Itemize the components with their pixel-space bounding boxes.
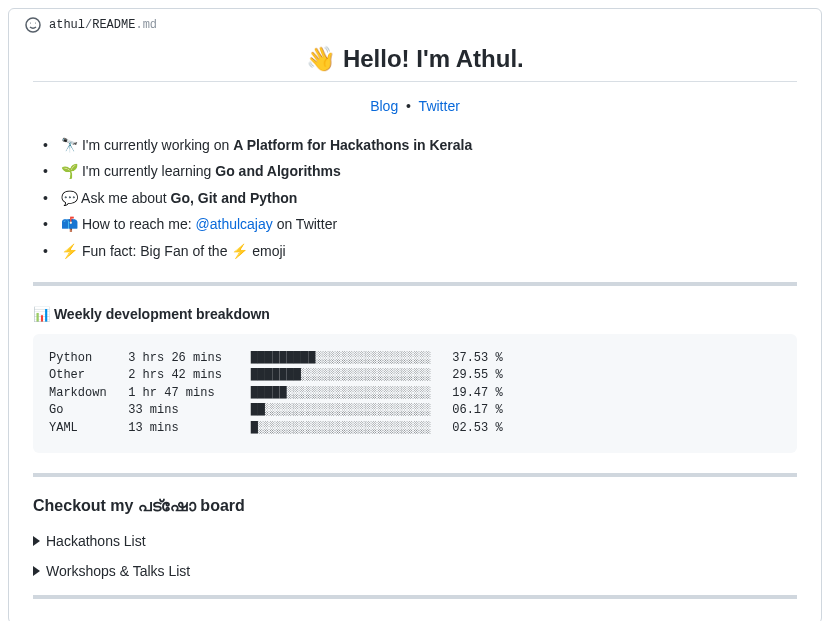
detail-item[interactable]: Hackathons List [33,533,797,549]
breadcrumb: athul/README.md [9,9,821,41]
item-emoji: 🌱 [61,163,78,179]
item-emoji: 💬 [61,190,78,206]
title-text: Hello! I'm Athul. [343,45,524,72]
divider [33,282,797,286]
section-title-text: Weekly development breakdown [54,306,270,322]
wave-emoji: 👋 [306,45,336,72]
svg-point-1 [30,23,31,24]
breadcrumb-text: athul/README.md [49,18,157,32]
svg-point-2 [35,23,36,24]
page-title: 👋 Hello! I'm Athul. [33,45,797,82]
readme-card: athul/README.md 👋 Hello! I'm Athul. Blog… [8,8,822,621]
blog-link[interactable]: Blog [370,98,398,114]
detail-item[interactable]: Workshops & Talks List [33,563,797,579]
detail-summary[interactable]: Workshops & Talks List [33,563,797,579]
details-list: Hackathons ListWorkshops & Talks List [33,533,797,579]
content: 👋 Hello! I'm Athul. Blog • Twitter 🔭 I'm… [9,41,821,621]
svg-point-0 [26,18,40,32]
divider-3 [33,595,797,599]
breadcrumb-owner: athul [49,18,85,32]
item-emoji: ⚡ [61,243,78,259]
twitter-link[interactable]: Twitter [419,98,460,114]
item-bold: A Platform for Hackathons in Kerala [233,137,472,153]
detail-label: Hackathons List [46,533,146,549]
checkout-suffix: board [196,497,245,514]
breadcrumb-ext: .md [135,18,157,32]
list-item: 📫 How to reach me: @athulcajay on Twitte… [57,213,797,235]
checkout-prefix: Checkout my [33,497,138,514]
info-list: 🔭 I'm currently working on A Platform fo… [33,134,797,262]
links-row: Blog • Twitter [33,98,797,114]
item-bold: Go and Algorithms [215,163,340,179]
smiley-icon [25,17,41,33]
list-item: 💬 Ask me about Go, Git and Python [57,187,797,209]
item-bold: Go, Git and Python [171,190,298,206]
checkout-title: Checkout my പട്ഷോ board [33,497,797,515]
links-sep: • [406,98,411,114]
divider-2 [33,473,797,477]
section-title: 📊 Weekly development breakdown [33,306,797,322]
item-emoji: 📫 [61,216,78,232]
item-emoji: 🔭 [61,137,78,153]
list-item: ⚡ Fun fact: Big Fan of the ⚡ emoji [57,240,797,262]
list-item: 🔭 I'm currently working on A Platform fo… [57,134,797,156]
weekly-breakdown-code: Python 3 hrs 26 mins █████████░░░░░░░░░░… [33,334,797,453]
checkout-word: പട്ഷോ [138,497,196,514]
detail-label: Workshops & Talks List [46,563,190,579]
detail-summary[interactable]: Hackathons List [33,533,797,549]
chart-emoji: 📊 [33,306,50,322]
breadcrumb-file: README [92,18,135,32]
list-item: 🌱 I'm currently learning Go and Algorith… [57,160,797,182]
item-link[interactable]: @athulcajay [196,216,273,232]
